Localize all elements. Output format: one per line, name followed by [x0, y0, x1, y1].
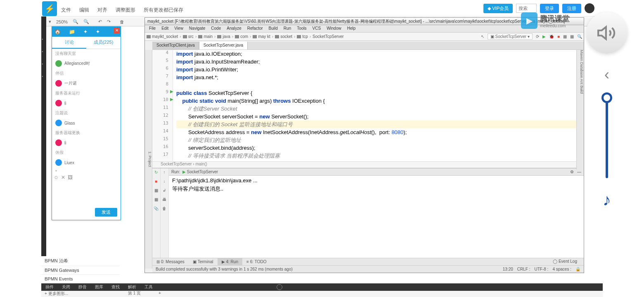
search-icon[interactable]: ↖	[481, 34, 484, 39]
list-item[interactable]: BPMN Gateways	[41, 266, 120, 275]
send-button[interactable]: 发送	[95, 208, 117, 217]
bc-item[interactable]: tcp	[297, 34, 308, 39]
encoding[interactable]: UTF-8 :	[535, 267, 549, 271]
indent[interactable]: 4 spaces :	[552, 267, 571, 271]
layout-icon[interactable]: ▦	[153, 197, 159, 203]
tab-run[interactable]: ▶ 4: Run	[218, 258, 242, 265]
rerun-icon[interactable]: ↻	[153, 170, 159, 176]
zoom-in-icon[interactable]: 🔍	[83, 19, 89, 24]
bottom-item[interactable]: 解析	[128, 284, 136, 290]
menu-file[interactable]: File	[147, 25, 158, 32]
power-icon[interactable]	[277, 284, 282, 290]
music-note-icon[interactable]: ♪	[603, 191, 611, 209]
sidebar-icon[interactable]: ▪	[42, 62, 46, 66]
sidebar-icon[interactable]: ▪	[42, 74, 46, 78]
event-log[interactable]: ◯ Event Log	[549, 258, 581, 264]
list-item[interactable]: Allegianced时	[52, 58, 121, 69]
tab-terminal[interactable]: ▣ Terminal	[189, 258, 218, 265]
menu-align[interactable]: 对齐	[93, 4, 111, 16]
wrap-icon[interactable]: ↲	[161, 188, 167, 194]
bc-item[interactable]: com	[235, 34, 248, 39]
menu-help[interactable]: Help	[345, 25, 358, 32]
search-icon[interactable]: 🔍	[577, 34, 582, 39]
menu-tools[interactable]: Tools	[294, 25, 309, 32]
bottom-item[interactable]: 查找	[111, 284, 120, 290]
layout-icon[interactable]: ▦	[153, 188, 159, 194]
sidebar-icon[interactable]: ▪	[42, 50, 46, 54]
menu-window[interactable]: Window	[324, 25, 344, 32]
register-button[interactable]: 注册	[562, 4, 581, 13]
more-shapes[interactable]: + 更多图形...	[41, 291, 71, 297]
chevron-left-icon[interactable]: ‹	[604, 66, 609, 83]
zoom-level[interactable]: 250%	[56, 19, 68, 24]
bc-item[interactable]: SocketTcpServer	[313, 34, 344, 39]
menu-edit[interactable]: Edit	[159, 25, 171, 32]
line-sep[interactable]: CRLF :	[517, 267, 530, 271]
home-icon[interactable]: 🏠	[54, 29, 61, 35]
tab-messages[interactable]: ⊞ 0: Messages	[152, 258, 189, 265]
editor[interactable]: 456789▶10▶11121314151617 import java.io.…	[152, 50, 576, 161]
project-tool[interactable]: 1: Project	[145, 50, 152, 269]
slider-thumb[interactable]	[601, 92, 612, 103]
list-item[interactable]: Glass	[52, 118, 121, 128]
list-item[interactable]: BPMN Events	[41, 275, 120, 283]
undo-icon[interactable]: ↶	[98, 19, 102, 24]
lock-icon[interactable]: 🔒	[575, 267, 580, 271]
bottom-item[interactable]: 工具	[144, 284, 153, 290]
star-icon[interactable]: ✦	[96, 29, 100, 35]
sidebar-icon[interactable]: ▪	[42, 37, 46, 41]
close-icon[interactable]: ✕	[114, 28, 120, 33]
tab-todo[interactable]: ≡ 6: TODO	[242, 258, 271, 265]
build-icon[interactable]: ⟳	[536, 34, 539, 39]
menu-refactor[interactable]: Refactor	[245, 25, 265, 32]
minimize-icon[interactable]: —	[577, 170, 581, 174]
tab-discuss[interactable]: 讨论	[52, 37, 86, 49]
stop-icon[interactable]: ■	[557, 34, 560, 39]
close-icon[interactable]: ✕	[61, 174, 65, 180]
trash-icon[interactable]: 🗑	[161, 206, 167, 212]
bottom-item[interactable]: 关闭	[62, 284, 70, 290]
bc-item[interactable]: mayikt_socket	[147, 34, 178, 39]
bc-item[interactable]: may kt	[253, 34, 270, 39]
menu-navigate[interactable]: Navigate	[187, 25, 208, 32]
vip-badge[interactable]: ◆ VIP会员	[483, 4, 513, 13]
emoji-icon[interactable]: ☺	[54, 174, 59, 180]
code-area[interactable]: import java.io.IOException;import java.i…	[173, 50, 576, 161]
list-item[interactable]: li	[52, 98, 121, 108]
bottom-item[interactable]: 静音	[78, 284, 87, 290]
bc-item[interactable]: socket	[275, 34, 292, 39]
menu-build[interactable]: Build	[266, 25, 280, 32]
console[interactable]: F:\path\jdk\jdk1.8\jdk\bin\java.exe ... …	[169, 176, 584, 259]
debug-icon[interactable]: 🐞	[549, 34, 554, 39]
image-icon[interactable]: 🖼	[68, 174, 73, 180]
list-item[interactable]: 一片诺	[52, 78, 121, 89]
layout-icon[interactable]: ▦	[563, 34, 567, 39]
bc-item[interactable]: java	[217, 34, 230, 39]
bc-item[interactable]: main	[198, 34, 213, 39]
search-input[interactable]	[516, 4, 537, 13]
right-tools[interactable]: Maven Database Ant Build	[576, 50, 584, 170]
list-item[interactable]: li	[52, 137, 121, 148]
stop-icon[interactable]: ■	[153, 179, 159, 185]
menu-run[interactable]: Run	[281, 25, 294, 32]
layout-icon[interactable]: ▦	[570, 34, 574, 39]
folder-icon[interactable]: 📁	[69, 29, 75, 35]
menu-view[interactable]: View	[172, 25, 186, 32]
menu-analyze[interactable]: Analyze	[224, 25, 244, 32]
up-icon[interactable]: ↑	[161, 170, 167, 176]
bc-item[interactable]: src	[183, 34, 194, 39]
redo-icon[interactable]: ↷	[107, 19, 111, 24]
volume-slider[interactable]	[606, 96, 608, 178]
cursor-pos[interactable]: 13:20	[503, 267, 513, 271]
down-icon[interactable]: ↓	[161, 179, 167, 185]
bottom-item[interactable]: 图库	[95, 284, 103, 290]
editor-tab[interactable]: SocketTcpServer.java	[199, 42, 248, 50]
run-config-selector[interactable]: ▣ SocketTcpServer ▾	[488, 33, 533, 40]
zoom-out-icon[interactable]: 🔍	[73, 19, 78, 24]
menu-edit[interactable]: 编辑	[75, 4, 93, 16]
print-icon[interactable]: 🖶	[161, 197, 167, 203]
add-page-icon[interactable]: +	[159, 291, 161, 295]
dropdown-icon[interactable]: ▾	[49, 19, 51, 24]
star-icon[interactable]: ✦	[83, 29, 88, 35]
editor-tab[interactable]: SocketTcpClient.java	[152, 42, 199, 50]
